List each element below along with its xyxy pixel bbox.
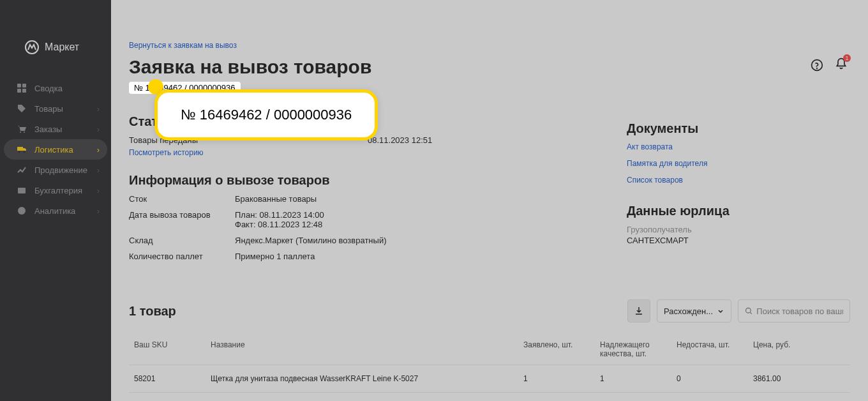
market-logo-icon [24,40,40,55]
sidebar-item-label: Сводка [34,84,63,93]
svg-rect-4 [22,89,26,93]
sidebar: Маркет Сводка Товары › Заказы › Логистик… [0,0,111,401]
stock-value: Бракованные товары [235,194,317,204]
chevron-right-icon: › [97,186,100,195]
search-input[interactable] [756,306,843,316]
warehouse-label: Склад [129,236,235,245]
download-button[interactable] [627,299,650,322]
svg-rect-2 [22,84,26,87]
svg-point-6 [24,132,25,133]
cell-sku: 58201 [129,365,206,393]
filter-dropdown[interactable]: Расхожден... [657,299,731,322]
svg-point-13 [746,308,751,313]
svg-rect-1 [17,84,21,87]
sidebar-item-label: Аналитика [34,206,75,216]
chevron-right-icon: › [97,165,100,175]
sidebar-item-summary[interactable]: Сводка [4,78,107,98]
sidebar-item-label: Заказы [34,125,62,134]
pallets-value: Примерно 1 паллета [235,252,315,261]
main-content: 1 Вернуться к заявкам на вывоз Заявка на… [111,0,868,401]
products-count-title: 1 товар [129,304,621,319]
back-link[interactable]: Вернуться к заявкам на вывоз [129,41,237,50]
col-name: Название [206,334,518,365]
sidebar-item-promotion[interactable]: Продвижение › [4,160,107,180]
col-quality: Надлежащего качества, шт. [595,334,671,365]
sidebar-item-label: Бухгалтерия [34,186,82,195]
svg-rect-9 [18,188,26,193]
svg-point-5 [20,132,21,133]
doc-link-driver-memo[interactable]: Памятка для водителя [627,159,837,168]
doc-link-product-list[interactable]: Список товаров [627,176,837,185]
legal-title: Данные юрлица [627,204,837,218]
notification-badge: 1 [843,54,851,62]
date-label: Дата вывоза товаров [129,210,235,229]
documents-title: Документы [627,121,837,136]
filter-label: Расхожден... [664,306,713,316]
cell-quality: 1 [595,365,671,393]
right-column: Документы Акт возврата Памятка для водит… [627,121,837,245]
sidebar-item-label: Логистика [34,145,73,155]
sidebar-item-orders[interactable]: Заказы › [4,119,107,139]
col-shortage: Недостача, шт. [671,334,748,365]
sidebar-item-logistics[interactable]: Логистика › [4,139,107,160]
search-icon [745,306,752,315]
svg-point-8 [24,151,26,153]
chevron-right-icon: › [97,125,100,134]
chevron-right-icon: › [97,206,100,216]
notifications-button[interactable]: 1 [835,57,848,73]
chevron-down-icon [717,307,724,315]
cart-icon [17,124,27,134]
date-fact: Факт: 08.11.2023 12:48 [235,220,324,229]
doc-link-return-act[interactable]: Акт возврата [627,142,837,151]
sidebar-item-products[interactable]: Товары › [4,98,107,119]
warehouse-value: Яндекс.Маркет (Томилино возвратный) [235,236,386,245]
col-price: Цена, руб. [748,334,850,365]
chart-up-icon [17,165,27,175]
svg-point-10 [18,207,26,215]
wallet-icon [17,185,27,195]
svg-point-12 [817,68,818,69]
grid-icon [17,83,27,93]
chevron-right-icon: › [97,104,100,114]
pie-icon [17,206,27,216]
status-datetime: 08.11.2023 12:51 [368,135,432,145]
legal-label: Грузополучатель [627,225,837,234]
cell-price: 3861.00 [748,365,850,393]
truck-icon [17,144,27,155]
tag-icon [17,103,27,114]
stock-label: Сток [129,194,235,204]
svg-rect-3 [17,89,21,93]
date-plan: План: 08.11.2023 14:00 [235,210,324,220]
download-icon [634,306,644,316]
tutorial-number: № 16469462 / 0000000936 [181,107,352,123]
sidebar-item-analytics[interactable]: Аналитика › [4,200,107,221]
sidebar-item-label: Товары [34,104,63,114]
chevron-right-icon: › [97,145,100,155]
tutorial-popup: № 16469462 / 0000000936 [154,89,378,140]
table-row[interactable]: 58201 Щетка для унитаза подвесная Wasser… [129,365,850,393]
col-declared: Заявлено, шт. [518,334,595,365]
brand-name: Маркет [45,42,79,53]
search-box[interactable] [738,299,850,322]
col-sku: Ваш SKU [129,334,206,365]
legal-value: САНТЕХСМАРТ [627,236,837,245]
help-icon[interactable] [811,59,823,72]
cell-name: Щетка для унитаза подвесная WasserKRAFT … [206,365,518,393]
cell-declared: 1 [518,365,595,393]
page-title: Заявка на вывоз товаров [129,56,850,78]
sidebar-item-accounting[interactable]: Бухгалтерия › [4,180,107,200]
sidebar-item-label: Продвижение [34,165,87,175]
brand-logo[interactable]: Маркет [0,14,111,78]
history-link[interactable]: Посмотреть историю [129,148,204,157]
svg-point-7 [19,151,20,153]
pallets-label: Количество паллет [129,252,235,261]
products-table: Ваш SKU Название Заявлено, шт. Надлежаще… [129,334,850,393]
cell-shortage: 0 [671,365,748,393]
